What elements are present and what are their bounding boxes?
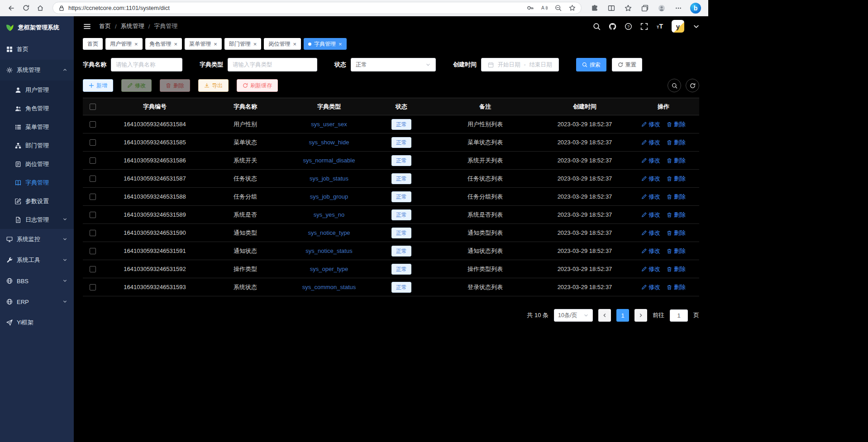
row-edit-button[interactable]: 修改 [641, 138, 660, 147]
row-edit-button[interactable]: 修改 [641, 283, 660, 291]
sidebar-item-home[interactable]: 首页 [0, 39, 74, 60]
row-edit-button[interactable]: 修改 [641, 211, 660, 219]
more-icon[interactable] [673, 3, 683, 13]
tab-dict-mgmt[interactable]: 字典管理× [304, 38, 347, 50]
dict-name-input[interactable]: 请输入字典名称 [111, 58, 182, 71]
show-search-button[interactable] [668, 79, 681, 92]
row-delete-button[interactable]: 删除 [667, 229, 686, 237]
row-edit-button[interactable]: 修改 [641, 120, 660, 128]
font-size-icon[interactable]: TT [656, 22, 664, 30]
add-button[interactable]: 新增 [83, 79, 113, 92]
row-checkbox[interactable] [90, 248, 96, 254]
search-icon[interactable] [592, 22, 601, 30]
row-checkbox[interactable] [90, 194, 96, 200]
select-all-checkbox[interactable] [90, 104, 96, 110]
tab-dept-mgmt[interactable]: 部门管理× [224, 38, 262, 50]
tab-post-mgmt[interactable]: 岗位管理× [264, 38, 301, 50]
fullscreen-icon[interactable] [640, 22, 648, 30]
row-delete-button[interactable]: 删除 [667, 138, 686, 147]
row-checkbox[interactable] [90, 176, 96, 182]
row-delete-button[interactable]: 删除 [667, 175, 686, 183]
edit-button[interactable]: 修改 [121, 79, 152, 92]
zoom-out-icon[interactable] [555, 5, 562, 11]
page-1-button[interactable]: 1 [616, 309, 629, 322]
lock-icon[interactable] [58, 5, 65, 11]
dict-type-link[interactable]: sys_oper_type [310, 266, 348, 272]
page-size-select[interactable]: 10条/页 [554, 309, 593, 322]
goto-page-input[interactable]: 1 [670, 309, 688, 322]
row-edit-button[interactable]: 修改 [641, 265, 660, 273]
dict-type-link[interactable]: sys_common_status [302, 284, 356, 290]
dict-type-link[interactable]: sys_job_group [310, 193, 348, 200]
collections-icon[interactable] [640, 3, 650, 13]
row-checkbox[interactable] [90, 212, 96, 218]
status-select[interactable]: 正常 [351, 58, 436, 71]
row-checkbox[interactable] [90, 230, 96, 236]
close-icon[interactable]: × [134, 41, 138, 47]
sidebar-item-system-mgmt[interactable]: 系统管理 [0, 60, 74, 81]
row-delete-button[interactable]: 删除 [667, 120, 686, 128]
chevron-down-icon[interactable] [692, 22, 700, 30]
search-button[interactable]: 搜索 [576, 58, 606, 71]
key-icon[interactable] [527, 5, 534, 11]
hamburger-icon[interactable] [82, 21, 92, 31]
question-icon[interactable]: ? [624, 22, 632, 30]
row-delete-button[interactable]: 删除 [667, 157, 686, 165]
close-icon[interactable]: × [339, 41, 342, 47]
sidebar-item-post-mgmt[interactable]: 岗位管理 [0, 155, 74, 173]
row-checkbox[interactable] [90, 266, 96, 272]
row-checkbox[interactable] [90, 284, 96, 290]
next-page-button[interactable] [634, 309, 647, 322]
close-icon[interactable]: × [214, 41, 217, 47]
sidebar-item-role-mgmt[interactable]: 角色管理 [0, 99, 74, 118]
sidebar-item-yi-framework[interactable]: Yi框架 [0, 312, 74, 333]
reset-button[interactable]: 重置 [612, 58, 642, 71]
row-delete-button[interactable]: 删除 [667, 193, 686, 201]
row-edit-button[interactable]: 修改 [641, 175, 660, 183]
refresh-cache-button[interactable]: 刷新缓存 [237, 79, 278, 92]
row-delete-button[interactable]: 删除 [667, 283, 686, 291]
row-checkbox[interactable] [90, 157, 96, 164]
close-icon[interactable]: × [174, 41, 178, 47]
tab-user-mgmt[interactable]: 用户管理× [105, 38, 143, 50]
browser-refresh-button[interactable] [19, 2, 33, 14]
refresh-table-button[interactable] [686, 79, 699, 92]
tab-role-mgmt[interactable]: 角色管理× [145, 38, 182, 50]
row-edit-button[interactable]: 修改 [641, 193, 660, 201]
tab-menu-mgmt[interactable]: 菜单管理× [185, 38, 222, 50]
read-aloud-icon[interactable]: A [541, 5, 548, 11]
sidebar-item-log-mgmt[interactable]: 日志管理 [0, 210, 74, 229]
dict-type-link[interactable]: sys_normal_disable [303, 157, 355, 164]
dict-type-link[interactable]: sys_notice_type [308, 229, 350, 236]
row-edit-button[interactable]: 修改 [641, 157, 660, 165]
star-icon[interactable] [623, 3, 633, 13]
delete-button[interactable]: 删除 [160, 79, 190, 92]
bing-icon[interactable]: b [690, 3, 701, 14]
sidebar-item-system-monitor[interactable]: 系统监控 [0, 229, 74, 250]
sidebar-item-system-tools[interactable]: 系统工具 [0, 250, 74, 271]
breadcrumb-item[interactable]: 首页 [99, 22, 111, 30]
dict-type-link[interactable]: sys_yes_no [314, 211, 345, 218]
row-edit-button[interactable]: 修改 [641, 247, 660, 255]
row-delete-button[interactable]: 删除 [667, 265, 686, 273]
breadcrumb-item[interactable]: 系统管理 [121, 22, 144, 30]
row-checkbox[interactable] [90, 139, 96, 146]
row-delete-button[interactable]: 删除 [667, 211, 686, 219]
dict-type-link[interactable]: sys_job_status [310, 175, 348, 182]
user-avatar[interactable] [672, 20, 684, 33]
browser-back-button[interactable] [5, 2, 18, 14]
browser-home-button[interactable] [33, 2, 47, 14]
export-button[interactable]: 导出 [198, 79, 229, 92]
row-edit-button[interactable]: 修改 [641, 229, 660, 237]
row-delete-button[interactable]: 删除 [667, 247, 686, 255]
app-logo[interactable]: 意框架管理系统 [0, 16, 74, 39]
star-icon[interactable] [569, 5, 576, 11]
row-checkbox[interactable] [90, 121, 96, 128]
date-range-picker[interactable]: 开始日期 - 结束日期 [481, 58, 559, 71]
github-icon[interactable] [608, 22, 616, 30]
sidebar-item-menu-mgmt[interactable]: 菜单管理 [0, 118, 74, 136]
dict-type-link[interactable]: sys_notice_status [305, 247, 352, 254]
sidebar-item-param-settings[interactable]: 参数设置 [0, 192, 74, 210]
sidebar-item-dict-mgmt[interactable]: 字典管理 [0, 173, 74, 192]
prev-page-button[interactable] [598, 309, 611, 322]
